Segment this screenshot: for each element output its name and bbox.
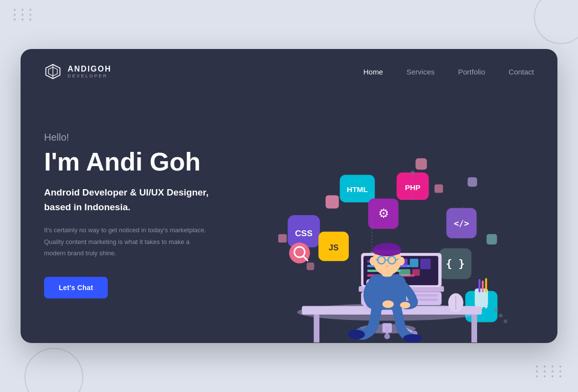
hero-name: I'm Andi Goh [44, 148, 240, 176]
svg-rect-60 [482, 280, 484, 292]
svg-rect-20 [415, 158, 427, 170]
decorative-circle-top-right [534, 0, 578, 44]
lets-chat-button[interactable]: Let's Chat [44, 277, 108, 298]
svg-rect-40 [471, 315, 477, 343]
svg-rect-61 [485, 278, 487, 293]
svg-point-73 [403, 334, 422, 343]
svg-rect-49 [410, 259, 418, 267]
svg-text:⚙: ⚙ [378, 206, 389, 220]
svg-text:</>: </> [454, 219, 469, 228]
logo-name: ANDIGOH [68, 65, 112, 74]
svg-point-87 [370, 257, 377, 265]
svg-text:PHP: PHP [405, 183, 421, 192]
logo: ANDIGOH DEVELOPER [44, 63, 112, 80]
svg-text:HTML: HTML [347, 185, 368, 194]
nav-links: Home Services Portfolio Contact [363, 68, 534, 76]
svg-point-33 [504, 319, 507, 323]
svg-rect-19 [326, 195, 339, 208]
hero-section: Hello! I'm Andi Goh Android Developer & … [21, 80, 557, 335]
svg-point-86 [398, 257, 405, 265]
logo-text: ANDIGOH DEVELOPER [68, 65, 112, 78]
svg-rect-52 [412, 269, 420, 276]
navbar: ANDIGOH DEVELOPER Home Services Portfoli… [21, 49, 557, 80]
hero-description: It's certainly no way to get noticed in … [44, 224, 211, 259]
hero-greeting: Hello! [44, 132, 240, 143]
nav-home[interactable]: Home [363, 68, 383, 76]
svg-rect-59 [479, 279, 481, 293]
svg-point-30 [411, 171, 415, 174]
svg-point-72 [348, 330, 365, 339]
decorative-dots-top-left [14, 9, 34, 21]
svg-point-76 [400, 302, 410, 309]
svg-rect-21 [278, 234, 287, 243]
hero-role: Android Developer & UI/UX Designer,based… [44, 185, 240, 215]
svg-rect-24 [307, 263, 314, 270]
logo-subtitle: DEVELOPER [68, 74, 112, 78]
svg-rect-50 [420, 259, 431, 269]
nav-portfolio[interactable]: Portfolio [458, 68, 485, 76]
svg-rect-80 [374, 250, 400, 255]
hero-left: Hello! I'm Andi Goh Android Developer & … [44, 132, 250, 298]
nav-contact[interactable]: Contact [508, 68, 534, 76]
svg-point-31 [494, 308, 498, 312]
svg-point-88 [385, 265, 388, 267]
svg-text:JS: JS [329, 243, 338, 252]
svg-rect-25 [434, 184, 443, 193]
main-card: ANDIGOH DEVELOPER Home Services Portfoli… [21, 49, 557, 343]
developer-illustration: CSS HTML PHP ⚙ </> JS { } [250, 88, 534, 343]
decorative-circle-bottom-left [24, 348, 83, 392]
svg-text:{ }: { } [446, 257, 464, 270]
logo-icon [44, 63, 62, 80]
svg-rect-39 [314, 315, 320, 343]
decorative-dots-bottom-right [536, 366, 564, 377]
svg-point-69 [385, 334, 390, 340]
svg-rect-22 [468, 177, 477, 187]
svg-text:CSS: CSS [295, 228, 313, 238]
svg-rect-23 [486, 234, 497, 245]
svg-rect-51 [399, 269, 410, 276]
svg-point-75 [383, 300, 394, 308]
nav-services[interactable]: Services [407, 68, 435, 76]
hero-illustration: CSS HTML PHP ⚙ </> JS { } [250, 88, 534, 343]
svg-point-32 [499, 314, 503, 318]
